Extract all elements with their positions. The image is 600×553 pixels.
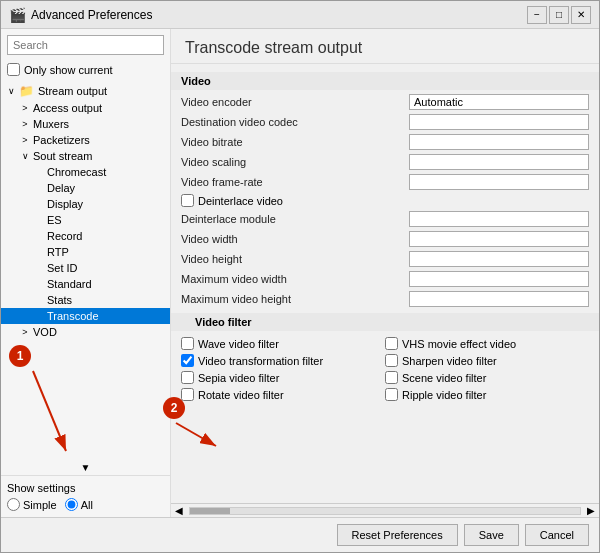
expand-icon-sout-stream: ∨ — [19, 150, 31, 162]
filter-item: Rotate video filter — [181, 386, 385, 403]
sidebar-item-chromecast[interactable]: Chromecast — [1, 164, 170, 180]
maximize-button[interactable]: □ — [549, 6, 569, 24]
filter-item: VHS movie effect video — [385, 335, 589, 352]
scrollbar-thumb[interactable] — [190, 508, 230, 514]
only-show-checkbox[interactable] — [7, 63, 20, 76]
sidebar-item-stream-output[interactable]: ∨📁Stream output — [1, 82, 170, 100]
sidebar-item-transcode[interactable]: Transcode — [1, 308, 170, 324]
filter-label: Sharpen video filter — [402, 355, 497, 367]
pref-label: Video encoder — [181, 96, 409, 108]
minimize-button[interactable]: − — [527, 6, 547, 24]
filter-checkbox-vhs-movie-effect-video[interactable] — [385, 337, 398, 350]
sidebar-item-stats[interactable]: Stats — [1, 292, 170, 308]
tree-label: Stats — [47, 294, 72, 306]
sidebar-item-set-id[interactable]: Set ID — [1, 260, 170, 276]
pref-input[interactable] — [409, 271, 589, 287]
pref-input[interactable] — [409, 231, 589, 247]
search-input[interactable] — [7, 35, 164, 55]
all-radio[interactable] — [65, 498, 78, 511]
folder-icon: 📁 — [19, 84, 34, 98]
checkbox-deinterlace-video[interactable] — [181, 194, 194, 207]
save-button[interactable]: Save — [464, 524, 519, 546]
main-content[interactable]: VideoVideo encoderDestination video code… — [171, 64, 599, 503]
pref-input[interactable] — [409, 134, 589, 150]
sidebar-item-display[interactable]: Display — [1, 196, 170, 212]
filter-checkbox-ripple-video-filter[interactable] — [385, 388, 398, 401]
pref-label: Maximum video height — [181, 293, 409, 305]
pref-label: Deinterlace module — [181, 213, 409, 225]
video-filter-header: Video filter — [171, 313, 599, 331]
filter-checkbox-rotate-video-filter[interactable] — [181, 388, 194, 401]
all-radio-label[interactable]: All — [65, 498, 93, 511]
sidebar-item-sout-stream[interactable]: ∨Sout stream — [1, 148, 170, 164]
pref-row: Video bitrate — [171, 132, 599, 152]
filter-checkbox-sepia-video-filter[interactable] — [181, 371, 194, 384]
sidebar-item-standard[interactable]: Standard — [1, 276, 170, 292]
pref-row: Maximum video height — [171, 289, 599, 309]
sidebar-item-muxers[interactable]: >Muxers — [1, 116, 170, 132]
expand-icon-vod: > — [19, 326, 31, 338]
horizontal-scrollbar[interactable]: ◀ ▶ — [171, 503, 599, 517]
scroll-left-btn[interactable]: ◀ — [171, 505, 187, 516]
pref-label: Video height — [181, 253, 409, 265]
filter-item: Scene video filter — [385, 369, 589, 386]
expand-icon-packetizers: > — [19, 134, 31, 146]
filter-grid: Wave video filterVHS movie effect videoV… — [171, 333, 599, 405]
sidebar-scroll-down[interactable]: ▼ — [1, 460, 170, 475]
tree-label: Stream output — [38, 85, 107, 97]
pref-row: Destination video codec — [171, 112, 599, 132]
close-button[interactable]: ✕ — [571, 6, 591, 24]
only-show-label: Only show current — [24, 64, 113, 76]
pref-label: Video bitrate — [181, 136, 409, 148]
pref-label: Maximum video width — [181, 273, 409, 285]
simple-radio[interactable] — [7, 498, 20, 511]
tree-label: Sout stream — [33, 150, 92, 162]
video-encoder-input[interactable] — [409, 94, 589, 110]
cancel-button[interactable]: Cancel — [525, 524, 589, 546]
search-box — [1, 29, 170, 61]
filter-label: Video transformation filter — [198, 355, 323, 367]
pref-input[interactable] — [409, 114, 589, 130]
sidebar-item-record[interactable]: Record — [1, 228, 170, 244]
simple-radio-label[interactable]: Simple — [7, 498, 57, 511]
only-show-current: Only show current — [1, 61, 170, 82]
tree-label: Delay — [47, 182, 75, 194]
filter-label: Rotate video filter — [198, 389, 284, 401]
filter-checkbox-video-transformation-filter[interactable] — [181, 354, 194, 367]
sidebar-item-es[interactable]: ES — [1, 212, 170, 228]
sidebar-item-packetizers[interactable]: >Packetizers — [1, 132, 170, 148]
tree-label: Packetizers — [33, 134, 90, 146]
reset-preferences-button[interactable]: Reset Preferences — [337, 524, 458, 546]
pref-input[interactable] — [409, 211, 589, 227]
radio-group: Simple All — [7, 498, 164, 511]
pref-input[interactable] — [409, 174, 589, 190]
filter-label: Scene video filter — [402, 372, 486, 384]
pref-row: Video frame-rate — [171, 172, 599, 192]
show-settings-label: Show settings — [7, 482, 164, 494]
sidebar-item-delay[interactable]: Delay — [1, 180, 170, 196]
pref-input[interactable] — [409, 291, 589, 307]
pref-label: Video frame-rate — [181, 176, 409, 188]
filter-checkbox-wave-video-filter[interactable] — [181, 337, 194, 350]
title-bar-controls: − □ ✕ — [527, 6, 591, 24]
tree-label: Access output — [33, 102, 102, 114]
filter-label: Sepia video filter — [198, 372, 279, 384]
main-panel: Transcode stream output VideoVideo encod… — [171, 29, 599, 517]
pref-input[interactable] — [409, 154, 589, 170]
pref-input[interactable] — [409, 251, 589, 267]
sidebar-tree: ∨📁Stream output>Access output>Muxers>Pac… — [1, 82, 170, 460]
pref-label: Video width — [181, 233, 409, 245]
content-area: Only show current ∨📁Stream output>Access… — [1, 29, 599, 517]
filter-item: Wave video filter — [181, 335, 385, 352]
filter-label: Ripple video filter — [402, 389, 486, 401]
advanced-preferences-window: 🎬 Advanced Preferences − □ ✕ Only show c… — [0, 0, 600, 553]
filter-checkbox-scene-video-filter[interactable] — [385, 371, 398, 384]
sidebar-item-rtp[interactable]: RTP — [1, 244, 170, 260]
pref-row: Video height — [171, 249, 599, 269]
sidebar-item-access-output[interactable]: >Access output — [1, 100, 170, 116]
checkbox-label: Deinterlace video — [198, 195, 283, 207]
filter-checkbox-sharpen-video-filter[interactable] — [385, 354, 398, 367]
sidebar-item-vod[interactable]: >VOD — [1, 324, 170, 340]
bottom-bar: Reset Preferences Save Cancel — [1, 517, 599, 552]
scroll-right-btn[interactable]: ▶ — [583, 505, 599, 516]
